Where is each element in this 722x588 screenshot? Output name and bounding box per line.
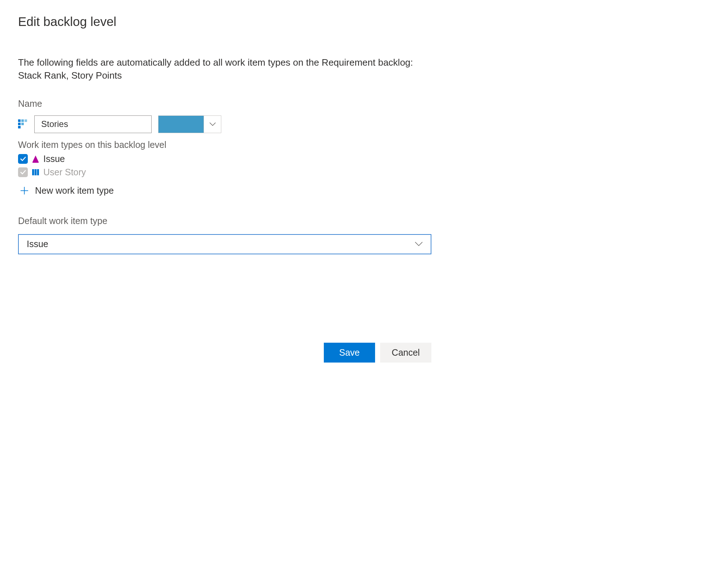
check-icon xyxy=(20,170,26,175)
default-work-item-type-label: Default work item type xyxy=(18,216,431,226)
chevron-down-icon xyxy=(415,242,423,246)
name-row xyxy=(18,115,431,133)
svg-rect-0 xyxy=(32,162,39,163)
work-item-type-list: Issue User Story xyxy=(18,154,431,177)
issue-icon xyxy=(31,155,40,163)
issue-label: Issue xyxy=(43,154,65,164)
user-story-checkbox xyxy=(18,167,28,177)
user-story-label: User Story xyxy=(43,167,86,177)
user-story-icon xyxy=(31,168,40,176)
chevron-down-icon xyxy=(209,122,216,126)
svg-rect-3 xyxy=(37,169,39,175)
dialog-button-row: Save Cancel xyxy=(18,343,431,363)
work-item-types-label: Work item types on this backlog level xyxy=(18,140,431,150)
cancel-button[interactable]: Cancel xyxy=(380,343,431,363)
svg-rect-1 xyxy=(32,169,34,175)
plus-icon xyxy=(20,187,29,195)
name-input[interactable] xyxy=(34,115,152,133)
default-select-value: Issue xyxy=(27,239,48,249)
new-work-item-type-button[interactable]: New work item type xyxy=(18,185,431,196)
backlog-level-icon xyxy=(18,119,28,129)
work-item-type-row-issue: Issue xyxy=(18,154,431,164)
check-icon xyxy=(20,157,26,161)
dialog-description: The following fields are automatically a… xyxy=(18,56,431,82)
save-button[interactable]: Save xyxy=(324,343,375,363)
edit-backlog-level-dialog: Edit backlog level The following fields … xyxy=(18,14,431,363)
issue-checkbox[interactable] xyxy=(18,154,28,164)
name-label: Name xyxy=(18,98,431,109)
work-item-type-row-user-story: User Story xyxy=(18,167,431,177)
default-work-item-type-select[interactable]: Issue xyxy=(18,234,431,254)
color-picker[interactable] xyxy=(158,115,221,133)
dialog-title: Edit backlog level xyxy=(18,14,431,29)
new-work-item-type-label: New work item type xyxy=(35,185,114,196)
color-dropdown-button[interactable] xyxy=(204,116,221,133)
color-swatch xyxy=(158,116,204,133)
svg-rect-2 xyxy=(35,169,37,175)
